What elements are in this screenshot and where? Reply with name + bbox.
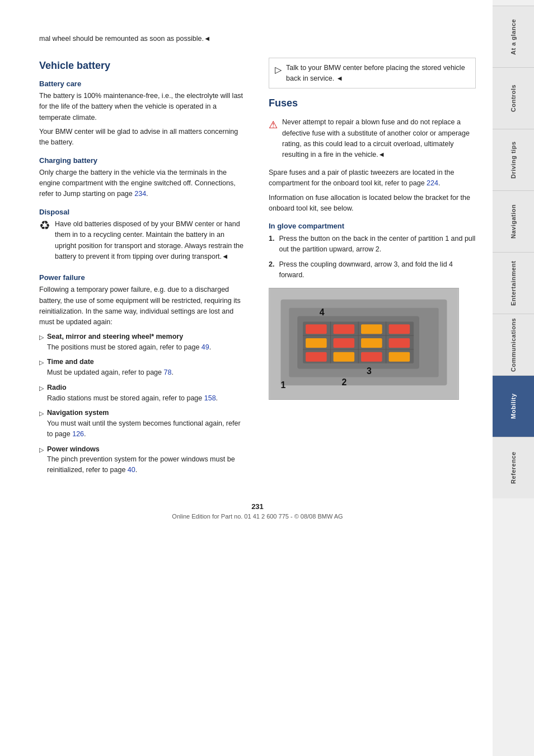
- warning-box: ⚠ Never attempt to repair a blown fuse a…: [269, 117, 476, 161]
- svg-text:4: 4: [320, 307, 325, 317]
- in-glove-compartment-heading: In glove compartment: [269, 222, 476, 230]
- bullet-arrow-icon: ▷: [39, 409, 44, 418]
- disposal-heading: Disposal: [39, 208, 246, 216]
- bullet-item: ▷Seat, mirror and steering wheel* memory…: [39, 332, 246, 353]
- power-failure-bullet-list: ▷Seat, mirror and steering wheel* memory…: [39, 332, 246, 475]
- bullet-arrow-icon: ▷: [39, 384, 44, 393]
- svg-rect-18: [306, 352, 327, 362]
- svg-rect-16: [361, 338, 382, 348]
- glove-step-1: 1.Press the button on the back in the ce…: [269, 234, 476, 255]
- bullet-item: ▷RadioRadio stations must be stored agai…: [39, 382, 246, 404]
- copyright-text: Online Edition for Part no. 01 41 2 600 …: [39, 513, 476, 520]
- warning-text: Never attempt to repair a blown fuse and…: [282, 117, 476, 161]
- note-text: Talk to your BMW center before placing t…: [286, 63, 470, 84]
- note-icon: ▷: [275, 63, 282, 77]
- disposal-text: Have old batteries disposed of by your B…: [55, 219, 246, 263]
- sidebar: At a glanceControlsDriving tipsNavigatio…: [493, 0, 534, 756]
- bullet-text: Power windowsThe pinch prevention system…: [47, 444, 246, 475]
- spare-fuses-text: Spare fuses and a pair of plastic tweeze…: [269, 167, 476, 189]
- bullet-end: .: [84, 430, 86, 438]
- sidebar-tab-mobility[interactable]: Mobility: [493, 375, 534, 437]
- svg-rect-14: [306, 338, 327, 348]
- bullet-text: Seat, mirror and steering wheel* memoryT…: [47, 332, 211, 353]
- battery-care-text2: Your BMW center will be glad to advise i…: [39, 127, 246, 148]
- bullet-link[interactable]: 158: [204, 394, 216, 402]
- svg-rect-19: [334, 352, 355, 362]
- sidebar-tab-controls[interactable]: Controls: [493, 67, 534, 129]
- power-failure-heading: Power failure: [39, 273, 246, 282]
- right-column: ▷ Talk to your BMW center before placing…: [269, 58, 476, 480]
- bullet-title: Power windows: [47, 444, 246, 455]
- bracket-text: Information on fuse allocation is locate…: [269, 193, 476, 214]
- fuses-heading: Fuses: [269, 97, 476, 109]
- svg-rect-21: [389, 352, 410, 362]
- glove-steps-list: 1.Press the button on the back in the ce…: [269, 234, 476, 280]
- svg-rect-11: [334, 325, 355, 334]
- power-failure-intro: Following a temporary power failure, e.g…: [39, 284, 246, 328]
- recycle-icon: ♻: [39, 220, 50, 232]
- bullet-end: .: [171, 368, 173, 376]
- sidebar-tab-reference[interactable]: Reference: [493, 437, 534, 498]
- svg-rect-10: [306, 325, 327, 334]
- bullet-link[interactable]: 49: [202, 343, 209, 351]
- sidebar-tab-navigation[interactable]: Navigation: [493, 190, 534, 252]
- battery-care-heading: Battery care: [39, 80, 246, 88]
- svg-text:3: 3: [367, 367, 372, 376]
- sidebar-tab-entertainment[interactable]: Entertainment: [493, 252, 534, 314]
- svg-rect-15: [334, 338, 355, 348]
- warning-icon: ⚠: [269, 118, 278, 133]
- step-text: Press the coupling downward, arrow 3, an…: [279, 259, 476, 281]
- svg-text:2: 2: [341, 378, 346, 388]
- step-text: Press the button on the back in the cent…: [279, 234, 476, 255]
- bullet-end: .: [135, 466, 137, 474]
- page-number: 231: [39, 502, 476, 511]
- bullet-link[interactable]: 78: [163, 368, 171, 376]
- bullet-text: Navigation systemYou must wait until the…: [47, 408, 246, 439]
- bullet-end: .: [209, 343, 211, 351]
- svg-rect-13: [389, 325, 410, 334]
- svg-rect-12: [361, 325, 382, 334]
- bullet-end: .: [216, 394, 218, 402]
- note-box: ▷ Talk to your BMW center before placing…: [269, 58, 476, 89]
- bullet-body: The pinch prevention system for the powe…: [47, 455, 235, 474]
- charging-battery-text: Only charge the battery in the vehicle v…: [39, 167, 246, 200]
- vehicle-battery-heading: Vehicle battery: [39, 60, 246, 72]
- sidebar-tab-driving-tips[interactable]: Driving tips: [493, 129, 534, 190]
- bullet-title: Navigation system: [47, 408, 246, 418]
- bullet-arrow-icon: ▷: [39, 358, 44, 367]
- bullet-item: ▷Navigation systemYou must wait until th…: [39, 408, 246, 439]
- intro-text: mal wheel should be remounted as soon as…: [39, 34, 476, 44]
- spare-fuses-link[interactable]: 224: [427, 179, 438, 187]
- sidebar-tab-communications[interactable]: Communications: [493, 314, 534, 375]
- spare-fuses-end: .: [438, 179, 440, 187]
- page-footer: 231 Online Edition for Part no. 01 41 2 …: [39, 502, 476, 525]
- fuse-image: 1 2 3 4: [269, 288, 459, 400]
- main-content: mal wheel should be remounted as soon as…: [0, 0, 493, 756]
- bullet-body: Must be updated again, refer to page: [47, 368, 163, 376]
- svg-text:1: 1: [281, 380, 286, 390]
- charging-page-link[interactable]: 234: [134, 190, 146, 198]
- bullet-arrow-icon: ▷: [39, 445, 44, 455]
- bullet-body: The positions must be stored again, refe…: [47, 343, 202, 351]
- bullet-body: Radio stations must be stored again, ref…: [47, 394, 204, 402]
- two-col-layout: Vehicle battery Battery care The battery…: [39, 58, 476, 480]
- bullet-title: Seat, mirror and steering wheel* memory: [47, 332, 211, 342]
- glove-step-2: 2.Press the coupling downward, arrow 3, …: [269, 259, 476, 281]
- battery-care-text1: The battery is 100% maintenance-free, i.…: [39, 91, 246, 123]
- step-number: 2.: [269, 259, 274, 281]
- step-number: 1.: [269, 234, 274, 255]
- bullet-text: RadioRadio stations must be stored again…: [47, 382, 218, 404]
- charging-text-end: .: [146, 190, 148, 198]
- svg-rect-17: [389, 338, 410, 348]
- bullet-text: Time and dateMust be updated again, refe…: [47, 357, 174, 378]
- left-column: Vehicle battery Battery care The battery…: [39, 58, 246, 480]
- sidebar-tab-at-a-glance[interactable]: At a glance: [493, 6, 534, 67]
- bullet-link[interactable]: 126: [72, 430, 84, 438]
- bullet-arrow-icon: ▷: [39, 333, 44, 342]
- page-container: mal wheel should be remounted as soon as…: [0, 0, 534, 756]
- bullet-title: Time and date: [47, 357, 174, 367]
- bullet-link[interactable]: 40: [128, 466, 135, 474]
- charging-battery-heading: Charging battery: [39, 156, 246, 165]
- svg-rect-20: [361, 352, 382, 362]
- bullet-title: Radio: [47, 382, 218, 393]
